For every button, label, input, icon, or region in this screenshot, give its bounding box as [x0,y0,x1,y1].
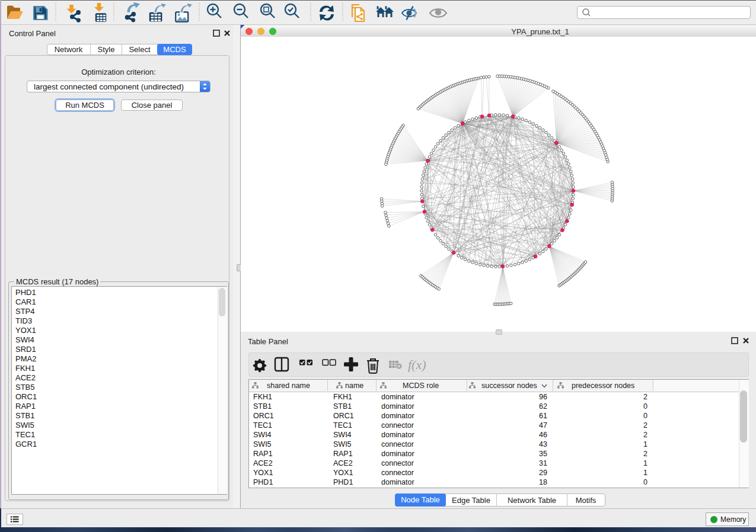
svg-text:f(x): f(x) [408,357,426,372]
